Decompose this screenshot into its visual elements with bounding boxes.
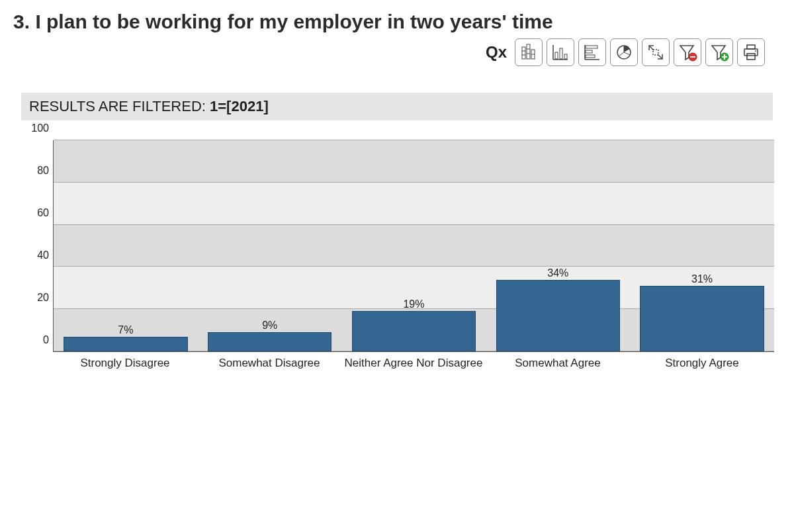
- question-text: I plan to be working for my employer in …: [35, 11, 552, 32]
- y-tick: 40: [37, 249, 49, 261]
- svg-rect-29: [724, 54, 725, 60]
- svg-rect-15: [586, 46, 597, 48]
- bar-chart-icon[interactable]: [547, 38, 574, 66]
- y-tick: 0: [43, 334, 49, 346]
- filter-add-icon[interactable]: [705, 38, 733, 66]
- bar-value-label: 7%: [118, 324, 133, 336]
- y-tick: 100: [31, 122, 49, 134]
- question-title: 3. I plan to be working for my employer …: [13, 11, 781, 33]
- print-icon[interactable]: [737, 38, 765, 66]
- svg-line-20: [624, 52, 630, 55]
- bar: 31%: [640, 286, 764, 351]
- bar: 19%: [352, 311, 476, 351]
- bar: 34%: [496, 280, 620, 351]
- svg-point-33: [755, 50, 756, 52]
- x-tick-label: Strongly Agree: [630, 352, 774, 370]
- bar-value-label: 19%: [403, 298, 424, 310]
- pie-chart-icon[interactable]: [610, 38, 638, 66]
- horizontal-bar-icon[interactable]: [578, 38, 606, 66]
- svg-rect-24: [653, 50, 658, 55]
- bar: 7%: [64, 337, 187, 351]
- svg-line-22: [649, 46, 654, 50]
- filter-remove-icon[interactable]: [674, 38, 701, 66]
- qx-label[interactable]: Qx: [486, 43, 507, 62]
- chart-toolbar: Qx: [13, 38, 781, 66]
- y-tick: 20: [37, 292, 49, 304]
- svg-rect-10: [555, 52, 558, 59]
- x-tick-label: Somewhat Disagree: [197, 352, 341, 370]
- bar-value-label: 9%: [262, 320, 277, 332]
- bar: 9%: [208, 332, 331, 351]
- svg-rect-30: [747, 45, 755, 49]
- x-tick-label: Neither Agree Nor Disagree: [341, 352, 486, 370]
- expand-icon[interactable]: [642, 38, 670, 66]
- filter-value: 1=[2021]: [210, 98, 269, 114]
- svg-line-21: [619, 52, 624, 56]
- svg-rect-0: [522, 47, 525, 59]
- svg-rect-32: [747, 54, 755, 60]
- svg-rect-17: [586, 55, 595, 58]
- svg-rect-12: [564, 54, 567, 59]
- question-number: 3.: [13, 11, 30, 32]
- svg-rect-26: [690, 56, 695, 58]
- svg-rect-31: [744, 49, 758, 56]
- filter-prefix: RESULTS ARE FILTERED:: [29, 98, 210, 114]
- bar-value-label: 34%: [547, 267, 568, 279]
- x-tick-label: Strongly Disagree: [53, 352, 197, 370]
- svg-rect-16: [586, 50, 592, 53]
- y-tick: 80: [37, 165, 49, 177]
- x-tick-label: Somewhat Agree: [486, 352, 630, 370]
- y-tick: 60: [37, 207, 49, 219]
- svg-rect-3: [527, 44, 530, 59]
- svg-line-23: [658, 54, 662, 59]
- bar-chart: 020406080100 7%9%19%34%31% Strongly Disa…: [20, 140, 774, 370]
- svg-rect-11: [560, 48, 562, 59]
- bar-value-label: 31%: [691, 273, 713, 285]
- stacked-bar-icon[interactable]: [515, 38, 543, 66]
- filter-banner: RESULTS ARE FILTERED: 1=[2021]: [21, 93, 773, 120]
- x-axis-labels: Strongly DisagreeSomewhat DisagreeNeithe…: [53, 352, 774, 370]
- plot-area: 7%9%19%34%31%: [53, 140, 774, 352]
- y-axis: 020406080100: [20, 140, 53, 352]
